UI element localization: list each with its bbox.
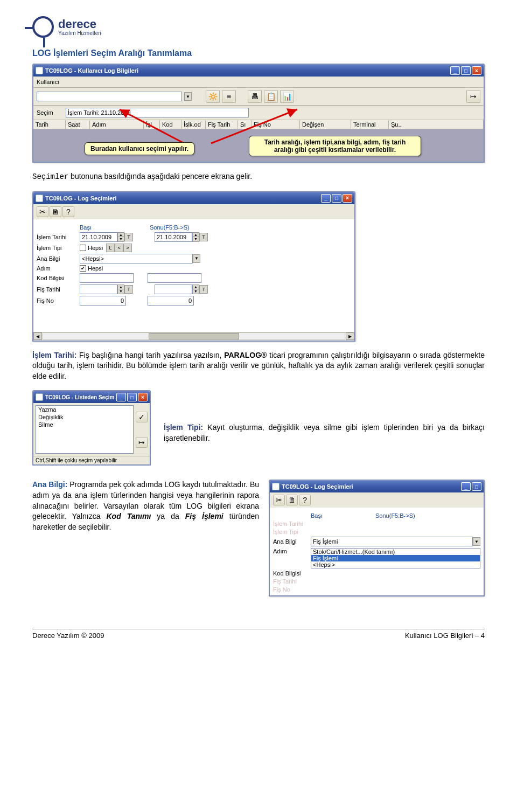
maximize-button[interactable]: □ [332,194,341,203]
spinner-2[interactable]: ▲▼ [192,232,199,242]
label-fis-no: Fiş No [37,297,80,304]
spinner-4[interactable]: ▲▼ [192,284,199,294]
list-item[interactable]: Stok/Cari/Hizmet...(Kod tanımı) [311,549,480,555]
checkbox-hepsi-tipi[interactable] [80,245,86,251]
maximize-button[interactable]: □ [461,66,471,75]
col-fisno[interactable]: Fiş No [251,120,300,129]
col-adim[interactable]: Adım [90,120,144,129]
col-tarih[interactable]: Tarih [33,120,66,129]
dropdown-arrow-icon[interactable]: ▼ [193,254,200,263]
selection-label: Seçim [37,109,64,116]
minimize-button[interactable]: _ [116,393,126,401]
window-user-log: TC09LOG - Kullanıcı Log Bilgileri _ □ × … [32,64,485,163]
h-scrollbar[interactable]: ◀ ▶ [33,332,354,341]
next-icon[interactable]: > [123,244,132,252]
col-isl[interactable]: İşl [144,120,160,129]
close-button[interactable]: × [138,393,148,401]
label-kod-bilgisi: Kod Bilgisi [37,275,80,281]
label-kod-bilgisi-2: Kod Bilgisi [273,570,311,577]
tool-icon-2[interactable]: 🗎 [50,206,61,217]
label-dim-fis-no: Fiş No [273,586,311,593]
p3b: Kayıt oluşturma, değişiklik veya silme g… [164,423,485,442]
prev-icon[interactable]: < [115,244,123,252]
window-title: TC09LOG - Kullanıcı Log Bilgileri [45,67,449,74]
input-fisno-sonu[interactable]: 0 [148,296,194,306]
col-islkod[interactable]: İslk.od [181,120,206,129]
input-kod-basi[interactable] [80,273,134,283]
paragraph-islem-tipi: İşlem Tipi: Kayıt oluşturma, değişiklik … [164,422,485,443]
selection-field[interactable]: İşlem Tarihi: 21.10.2009 [66,108,249,117]
listbox-islem-tipi[interactable]: Yazma Değişiklik Silme [36,405,134,454]
label-dim-islem-tipi: İşlem Tipi [273,529,311,535]
col-degisen[interactable]: Değişen [300,120,351,129]
list-item[interactable]: Değişiklik [36,413,133,421]
spinner-3[interactable]: ▲▼ [117,284,124,294]
col-basi-label: Başı [80,224,134,231]
dropdown-arrow-icon[interactable]: ▼ [184,92,192,101]
logo-tagline: Yazılım Hizmetleri [58,30,101,36]
print-icon[interactable]: 🖶 [248,90,262,103]
maximize-button[interactable]: □ [127,393,137,401]
list-icon[interactable]: L [106,244,115,252]
col-su[interactable]: Şu.. [389,120,484,129]
cal-icon[interactable]: T [199,233,208,241]
copy-icon[interactable]: 📋 [264,90,278,103]
cal-icon[interactable]: T [124,233,133,241]
window-title-4: TC09LOG - Log Seçimleri [282,483,460,490]
checkbox-hepsi-adim[interactable]: ✔ [80,265,86,272]
app-icon [36,393,43,401]
label-ana-bilgi-2: Ana Bilgi [273,538,311,545]
paragraph-secimler: Seçimler Seçimler butonuna basıldığında … [32,171,485,183]
list-item[interactable]: Yazma [36,406,133,413]
col-si[interactable]: Sı [238,120,251,129]
scroll-thumb[interactable] [149,333,239,339]
minimize-button[interactable]: _ [461,482,471,491]
minimize-button[interactable]: _ [321,194,331,203]
tool-icon-1[interactable]: ✂ [37,206,48,217]
input-basi-tarih[interactable]: 21.10.2009 [80,232,117,242]
tool-icon-1[interactable]: ✂ [273,495,285,505]
list-item[interactable]: <Hepsi> [311,561,480,568]
close-button[interactable]: × [472,66,481,75]
refresh-icon[interactable]: 🔆 [206,90,220,103]
dropdown-list-open[interactable]: Stok/Cari/Hizmet...(Kod tanımı) Fiş İşle… [311,548,480,568]
exit-icon[interactable]: ↦ [136,437,148,448]
col-kod[interactable]: Kod [160,120,181,129]
input-fis-sonu[interactable] [155,284,192,294]
list-item-selected[interactable]: Fiş İşlemi [311,555,480,561]
input-fis-basi[interactable] [80,284,117,294]
exit-icon[interactable]: ↦ [466,90,480,103]
ok-icon[interactable]: ✓ [136,412,148,422]
col-sonu-label: Sonu(F5:B->S) [150,224,190,231]
column-headers: Tarih Saat Adım İşl Kod İslk.od Fiş Tari… [33,120,484,129]
cal-icon[interactable]: T [124,285,133,294]
maximize-button[interactable]: □ [472,482,481,491]
col-terminal[interactable]: Terminal [351,120,389,129]
input-fisno-basi[interactable]: 0 [80,296,126,306]
col-fistarih[interactable]: Fiş Tarih [206,120,238,129]
input-sonu-tarih[interactable]: 21.10.2009 [155,232,192,242]
export-excel-icon[interactable]: 📊 [280,90,294,103]
cal-icon[interactable]: T [199,285,208,294]
list-icon[interactable]: ≡ [222,90,236,103]
checkbox-label-hepsi: Hepsi [88,245,103,251]
callout-filters: Tarih aralığı, işlem tipi,ana bilgi, adı… [249,136,421,156]
minimize-button[interactable]: _ [450,66,460,75]
tool-icon-3[interactable]: ? [62,206,74,217]
label-islem-tipi: İşlem Tipi [37,245,80,251]
tool-icon-3[interactable]: ? [299,495,311,505]
dropdown-arrow-icon[interactable]: ▼ [473,537,480,546]
tool-icon-2[interactable]: 🗎 [286,495,298,505]
input-kod-sonu[interactable] [148,273,201,283]
list-item[interactable]: Silme [36,421,133,428]
spinner-1[interactable]: ▲▼ [117,232,124,242]
input-ana-bilgi-2[interactable]: Fiş İşlemi [311,537,473,546]
checkbox-label-hepsi-adim: Hepsi [88,265,103,272]
input-ana-bilgi[interactable]: <Hepsi> [80,254,193,263]
label-ana-bilgi: Ana Bilgi [37,255,80,262]
close-button[interactable]: × [343,194,352,203]
scroll-right-icon[interactable]: ▶ [346,332,354,340]
col-saat[interactable]: Saat [66,120,90,129]
user-dropdown[interactable] [37,92,182,101]
scroll-left-icon[interactable]: ◀ [33,332,42,340]
